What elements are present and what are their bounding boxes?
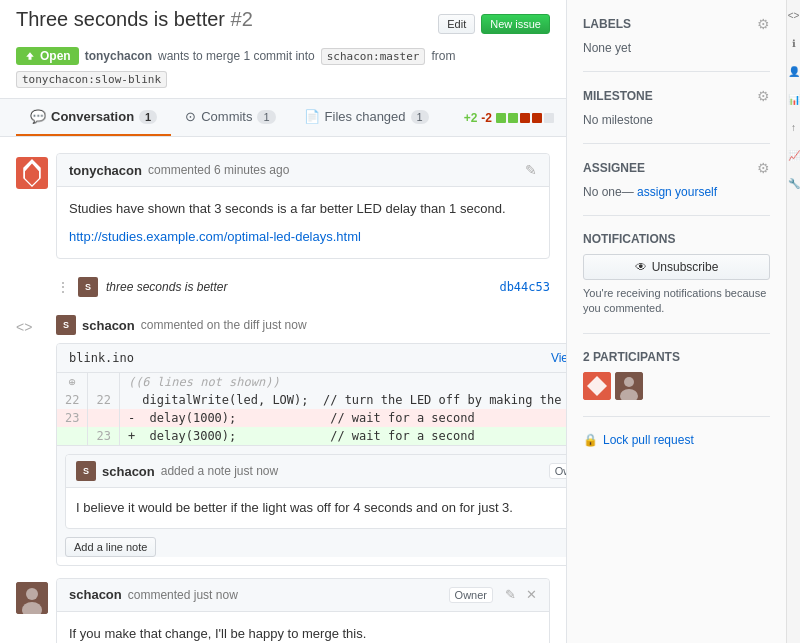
add-line-note-button[interactable]: Add a line note (65, 537, 156, 557)
pr-meta: Open tonychacon wants to merge 1 commit … (0, 43, 566, 99)
timeline-item-1: tonychacon commented 6 minutes ago ✎ Stu… (16, 153, 550, 259)
timeline: tonychacon commented 6 minutes ago ✎ Stu… (0, 137, 566, 643)
lock-section: 🔒 Lock pull request (583, 433, 770, 463)
avatar-tonychacon-1 (16, 157, 48, 189)
bell-icon: 👁 (635, 260, 647, 274)
edit-button[interactable]: Edit (438, 14, 475, 34)
schacon-avatar-img (16, 582, 48, 614)
pr-number: #2 (231, 8, 253, 30)
nav-info-icon[interactable]: ℹ (787, 36, 801, 50)
nav-graph-icon[interactable]: 📊 (787, 92, 801, 106)
bottom-comment-timestamp: commented just now (128, 588, 238, 602)
pr-header-row: Three seconds is better #2 Edit New issu… (0, 0, 566, 43)
files-changed-count: 1 (411, 110, 429, 124)
bottom-owner-badge: Owner (449, 587, 493, 603)
notifications-title: Notifications (583, 232, 675, 246)
assignee-gear-icon[interactable]: ⚙ (757, 160, 770, 176)
inline-comment-author: schacon (102, 464, 155, 479)
assignee-link[interactable]: assign yourself (637, 185, 717, 199)
participants-section: 2 participants (583, 350, 770, 417)
diff-additions: +2 (464, 111, 478, 125)
notifications-section: Notifications 👁 Unsubscribe You're recei… (583, 232, 770, 334)
labels-gear-icon[interactable]: ⚙ (757, 16, 770, 32)
nav-chart-icon[interactable]: 📈 (787, 148, 801, 162)
right-sidebar: Labels ⚙ None yet Milestone ⚙ No milesto… (566, 0, 786, 643)
timeline-item-diff: <> S schacon commented on the diff just … (16, 315, 550, 566)
diff-comment-author: schacon (82, 318, 135, 333)
diff-block-3 (520, 113, 530, 123)
participant-avatar-1 (583, 372, 611, 400)
diff-block-1 (496, 113, 506, 123)
milestone-gear-icon[interactable]: ⚙ (757, 88, 770, 104)
conversation-count: 1 (139, 110, 157, 124)
participants-row (583, 372, 770, 400)
notifications-header: Notifications (583, 232, 770, 246)
comment-header-1: tonychacon commented 6 minutes ago ✎ (57, 154, 549, 187)
diff-comment-timestamp: commented on the diff just now (141, 318, 307, 332)
assignee-header: Assignee ⚙ (583, 160, 770, 176)
participant-user-icon (615, 372, 643, 400)
diff-num-new-1: 22 (88, 391, 119, 409)
commit-row: ⋮ S three seconds is better db44c53 (16, 271, 550, 303)
diff-block-2 (508, 113, 518, 123)
diff-expander-num (88, 373, 119, 391)
diff-deletions: -2 (481, 111, 492, 125)
diff-num-old-2: 23 (57, 409, 88, 427)
tab-conversation[interactable]: 💬 Conversation 1 (16, 99, 171, 136)
tab-files-changed[interactable]: 📄 Files changed 1 (290, 99, 443, 136)
status-text: Open (40, 49, 71, 63)
bottom-comment-author: schacon (69, 587, 122, 602)
pr-tabs: 💬 Conversation 1 ⊙ Commits 1 📄 Files cha… (0, 99, 566, 137)
diff-blocks (496, 113, 554, 123)
pr-title-text: Three seconds is better (16, 8, 225, 30)
new-issue-button[interactable]: New issue (481, 14, 550, 34)
inline-comment-text: I believe it would be better if the ligh… (76, 500, 513, 515)
inline-comment: S schacon added a note just now Owner ✎ … (65, 454, 648, 529)
assignee-text: No one— (583, 185, 634, 199)
comment-text-1: Studies have shown that 3 seconds is a f… (69, 199, 537, 219)
assignee-value: No one— assign yourself (583, 185, 717, 199)
schacon-avatar-sm-1: S (56, 315, 76, 335)
lock-link[interactable]: 🔒 Lock pull request (583, 433, 770, 447)
diff-comment-icons: <> (16, 315, 48, 335)
diff-num-old-1: 22 (57, 391, 88, 409)
unsubscribe-label: Unsubscribe (652, 260, 719, 274)
comment-card-1: tonychacon commented 6 minutes ago ✎ Stu… (56, 153, 550, 259)
milestone-title: Milestone (583, 89, 653, 103)
diamond-avatar (16, 157, 48, 189)
bottom-comment-text: If you make that change, I'll be happy t… (69, 626, 366, 641)
inline-comment-header: S schacon added a note just now Owner ✎ … (66, 455, 647, 488)
participant-diamond-icon (583, 372, 611, 400)
assignee-title: Assignee (583, 161, 645, 175)
nav-user-icon[interactable]: 👤 (787, 64, 801, 78)
add-line-note-wrapper: Add a line note (65, 537, 648, 557)
comment-edit-icon-1[interactable]: ✎ (525, 162, 537, 178)
unsubscribe-button[interactable]: 👁 Unsubscribe (583, 254, 770, 280)
avatar-schacon-bottom (16, 582, 48, 614)
bottom-close-icon[interactable]: ✕ (526, 587, 537, 602)
nav-arrow-up-icon[interactable]: ↑ (787, 120, 801, 134)
conversation-label: Conversation (51, 109, 134, 124)
comment-link-1[interactable]: http://studies.example.com/optimal-led-d… (69, 229, 361, 244)
lock-label: Lock pull request (603, 433, 694, 447)
bottom-edit-icon[interactable]: ✎ (505, 587, 516, 602)
diff-expander-icon-cell: ⊕ (57, 373, 88, 391)
tab-commits[interactable]: ⊙ Commits 1 (171, 99, 289, 136)
labels-title: Labels (583, 17, 631, 31)
diff-num-new-3: 23 (88, 427, 119, 445)
milestone-value: No milestone (583, 113, 653, 127)
nav-tool-icon[interactable]: 🔧 (787, 176, 801, 190)
diff-connector-icon: <> (16, 319, 32, 335)
right-nav: <> ℹ 👤 📊 ↑ 📈 🔧 (786, 0, 800, 643)
commit-branch-icon: ⋮ (56, 279, 70, 295)
conversation-icon: 💬 (30, 109, 46, 124)
participants-title: 2 participants (583, 350, 680, 364)
participant-avatar-2 (615, 372, 643, 400)
merge-action: wants to merge 1 commit into (158, 49, 315, 63)
open-badge: Open (16, 47, 79, 65)
nav-code-icon[interactable]: <> (787, 8, 801, 22)
commits-count: 1 (257, 110, 275, 124)
labels-header: Labels ⚙ (583, 16, 770, 32)
participants-header: 2 participants (583, 350, 770, 364)
base-branch: schacon:master (321, 48, 426, 65)
